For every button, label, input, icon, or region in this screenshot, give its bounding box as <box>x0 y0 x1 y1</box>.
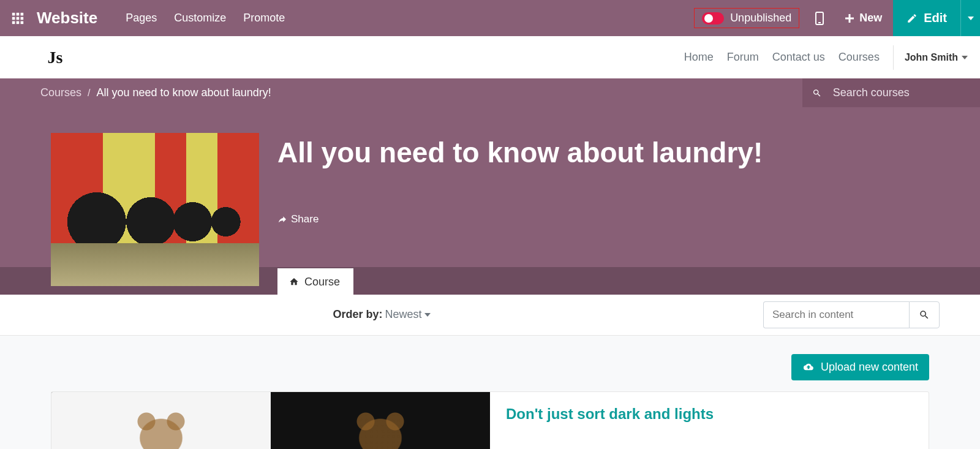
content-card-title: Don't just sort dark and lights <box>506 406 714 423</box>
course-search-input[interactable] <box>833 86 969 99</box>
order-by-dropdown[interactable]: Newest <box>385 308 422 321</box>
caret-down-icon <box>962 56 968 59</box>
nav-courses[interactable]: Courses <box>839 51 880 64</box>
svg-rect-8 <box>21 21 24 24</box>
svg-rect-4 <box>17 17 20 20</box>
breadcrumb-separator: / <box>88 88 90 99</box>
cloud-upload-icon <box>802 362 815 372</box>
admin-menu-customize[interactable]: Customize <box>174 12 226 25</box>
svg-rect-3 <box>12 17 15 20</box>
svg-rect-6 <box>12 21 15 24</box>
search-icon <box>919 309 930 320</box>
publish-toggle[interactable] <box>702 12 724 25</box>
new-button-label: New <box>859 12 882 25</box>
svg-rect-1 <box>17 12 20 15</box>
svg-rect-5 <box>21 17 24 20</box>
svg-rect-2 <box>21 12 24 15</box>
breadcrumb-current: All you need to know about laundry! <box>96 86 271 99</box>
order-by-value: Newest <box>385 308 422 320</box>
course-search-wrap[interactable] <box>802 78 980 107</box>
plus-icon <box>845 13 854 23</box>
caret-down-icon <box>424 313 431 317</box>
site-logo-text: Js <box>48 48 63 67</box>
user-name: John Smith <box>905 52 958 63</box>
admin-menu-promote[interactable]: Promote <box>243 12 285 25</box>
publish-label: Unpublished <box>730 12 791 25</box>
nav-contact[interactable]: Contact us <box>772 51 825 64</box>
caret-down-icon <box>968 17 974 20</box>
svg-rect-12 <box>845 17 854 19</box>
upload-content-button[interactable]: Upload new content <box>791 354 929 380</box>
admin-menu-pages[interactable]: Pages <box>126 12 157 25</box>
mobile-preview-button[interactable] <box>805 0 834 36</box>
home-icon <box>288 277 300 287</box>
nav-forum[interactable]: Forum <box>727 51 759 64</box>
upload-content-label: Upload new content <box>821 361 918 374</box>
admin-brand: Website <box>37 9 97 28</box>
pencil-icon <box>907 13 918 24</box>
site-logo[interactable]: Js <box>40 44 70 71</box>
svg-rect-7 <box>17 21 20 24</box>
breadcrumb-root[interactable]: Courses <box>40 86 81 99</box>
search-icon <box>812 88 822 99</box>
edit-button[interactable]: Edit <box>893 0 960 36</box>
order-by-label: Order by: <box>333 308 382 321</box>
edit-dropdown-caret[interactable] <box>960 0 980 36</box>
edit-button-label: Edit <box>924 11 947 25</box>
content-search-input[interactable] <box>763 301 909 328</box>
share-label: Share <box>291 213 318 225</box>
content-search-button[interactable] <box>909 301 940 328</box>
tab-course-label: Course <box>304 276 340 289</box>
page-title: All you need to know about laundry! <box>277 133 929 169</box>
share-icon <box>277 214 287 224</box>
content-card[interactable]: Don't just sort dark and lights <box>51 391 929 449</box>
publish-toggle-box[interactable]: Unpublished <box>694 8 799 28</box>
tab-course[interactable]: Course <box>277 268 353 295</box>
nav-home[interactable]: Home <box>684 51 714 64</box>
user-menu[interactable]: John Smith <box>893 45 968 70</box>
share-button[interactable]: Share <box>277 213 929 225</box>
apps-menu-icon[interactable] <box>11 12 24 25</box>
svg-rect-0 <box>12 12 15 15</box>
content-card-image <box>51 392 490 449</box>
course-thumbnail <box>51 133 259 286</box>
new-button[interactable]: New <box>834 0 893 36</box>
